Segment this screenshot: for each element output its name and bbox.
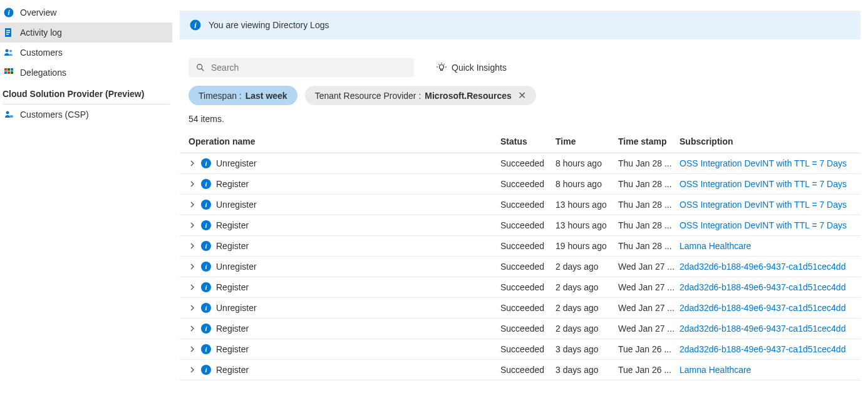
pill-label: Timespan : — [199, 91, 242, 101]
time-value: 2 days ago — [555, 282, 618, 292]
col-header-operation[interactable]: Operation name — [189, 136, 500, 146]
chevron-right-icon[interactable] — [189, 160, 196, 167]
chevron-right-icon[interactable] — [189, 201, 196, 208]
svg-rect-21 — [441, 69, 443, 71]
svg-point-18 — [197, 64, 202, 69]
operation-name: Unregister — [216, 303, 257, 313]
chevron-right-icon[interactable] — [189, 304, 196, 312]
chevron-right-icon[interactable] — [189, 345, 196, 353]
operation-name: Unregister — [216, 200, 257, 210]
table-header-row: Operation name Status Time Time stamp Su… — [180, 130, 860, 153]
sidebar-item-overview[interactable]: i Overview — [0, 3, 172, 23]
subscription-link[interactable]: OSS Integration DevINT with TTL = 7 Days — [679, 200, 847, 210]
table-row[interactable]: i Unregister Succeeded 13 hours ago Thu … — [180, 195, 860, 215]
table-row[interactable]: i Unregister Succeeded 2 days ago Wed Ja… — [180, 298, 860, 319]
sidebar-item-delegations[interactable]: Delegations — [0, 63, 172, 83]
info-badge-icon: i — [201, 200, 211, 210]
subscription-link[interactable]: OSS Integration DevINT with TTL = 7 Days — [679, 158, 847, 168]
subscription-link[interactable]: 2dad32d6-b188-49e6-9437-ca1d51cec4dd — [679, 303, 845, 313]
info-badge-icon: i — [201, 262, 211, 272]
operation-name: Register — [216, 324, 249, 334]
chevron-right-icon[interactable] — [189, 366, 196, 374]
time-value: 13 hours ago — [555, 200, 618, 210]
table-row[interactable]: i Register Succeeded 2 days ago Wed Jan … — [180, 277, 860, 298]
info-badge-icon: i — [201, 158, 211, 168]
pill-tenant-provider[interactable]: Tenant Resource Provider : Microsoft.Res… — [305, 86, 536, 105]
col-header-timestamp[interactable]: Time stamp — [618, 136, 679, 146]
info-badge-icon: i — [201, 241, 211, 251]
info-badge-icon: i — [201, 303, 211, 313]
subscription-link[interactable]: 2dad32d6-b188-49e6-9437-ca1d51cec4dd — [679, 282, 845, 292]
search-box[interactable] — [189, 58, 414, 77]
timestamp-value: Thu Jan 28 ... — [618, 200, 679, 210]
info-circle-icon: i — [4, 8, 14, 18]
operation-name: Unregister — [216, 158, 257, 168]
sidebar-item-customers[interactable]: Customers — [0, 43, 172, 63]
status-value: Succeeded — [500, 241, 555, 251]
chevron-right-icon[interactable] — [189, 222, 196, 229]
table-row[interactable]: i Register Succeeded 13 hours ago Thu Ja… — [180, 215, 860, 236]
time-value: 8 hours ago — [555, 158, 618, 168]
subscription-link[interactable]: 2dad32d6-b188-49e6-9437-ca1d51cec4dd — [679, 262, 845, 272]
status-value: Succeeded — [500, 158, 555, 168]
svg-point-20 — [440, 65, 444, 69]
quick-insights-label: Quick Insights — [452, 63, 507, 73]
svg-rect-11 — [4, 71, 7, 74]
table-row[interactable]: i Register Succeeded 3 days ago Tue Jan … — [180, 360, 860, 380]
svg-point-6 — [6, 49, 9, 53]
search-icon — [196, 63, 205, 72]
col-header-subscription[interactable]: Subscription — [679, 136, 852, 146]
table-row[interactable]: i Unregister Succeeded 2 days ago Wed Ja… — [180, 257, 860, 277]
table-row[interactable]: i Register Succeeded 2 days ago Wed Jan … — [180, 319, 860, 339]
sidebar-item-label: Activity log — [20, 28, 62, 38]
chevron-right-icon[interactable] — [189, 180, 196, 188]
table-row[interactable]: i Register Succeeded 3 days ago Tue Jan … — [180, 339, 860, 360]
subscription-link[interactable]: 2dad32d6-b188-49e6-9437-ca1d51cec4dd — [679, 324, 845, 334]
pill-value: Microsoft.Resources — [425, 91, 511, 101]
svg-line-26 — [444, 64, 445, 65]
col-header-time[interactable]: Time — [555, 136, 618, 146]
status-value: Succeeded — [500, 282, 555, 292]
svg-rect-13 — [11, 71, 13, 74]
time-value: 2 days ago — [555, 262, 618, 272]
sidebar-item-activity-log[interactable]: Activity log — [0, 23, 172, 43]
chevron-right-icon[interactable] — [189, 242, 196, 250]
timestamp-value: Thu Jan 28 ... — [618, 179, 679, 189]
subscription-link[interactable]: Lamna Healthcare — [679, 241, 751, 251]
svg-line-19 — [202, 69, 204, 71]
col-header-status[interactable]: Status — [500, 136, 555, 146]
timestamp-value: Wed Jan 27 ... — [618, 282, 679, 292]
info-badge-icon: i — [201, 365, 211, 375]
operation-name: Register — [216, 365, 249, 375]
subscription-link[interactable]: OSS Integration DevINT with TTL = 7 Days — [679, 179, 847, 189]
status-value: Succeeded — [500, 262, 555, 272]
chevron-right-icon[interactable] — [189, 283, 196, 291]
grid-icon — [4, 68, 14, 78]
chevron-right-icon[interactable] — [189, 263, 196, 270]
table-row[interactable]: i Register Succeeded 8 hours ago Thu Jan… — [180, 174, 860, 195]
svg-rect-4 — [6, 32, 10, 33]
sidebar-item-label: Overview — [20, 8, 56, 18]
subscription-link[interactable]: Lamna Healthcare — [679, 365, 751, 375]
close-icon[interactable]: ✕ — [518, 89, 526, 101]
status-value: Succeeded — [500, 200, 555, 210]
sidebar-item-label: Customers — [20, 48, 63, 58]
svg-rect-9 — [8, 68, 10, 71]
subscription-link[interactable]: 2dad32d6-b188-49e6-9437-ca1d51cec4dd — [679, 344, 845, 354]
time-value: 19 hours ago — [555, 241, 618, 251]
svg-point-7 — [9, 50, 12, 53]
sidebar-item-customers-csp[interactable]: Customers (CSP) — [0, 105, 172, 125]
svg-line-25 — [438, 64, 440, 65]
quick-insights-button[interactable]: Quick Insights — [437, 63, 507, 73]
chevron-right-icon[interactable] — [189, 325, 196, 332]
subscription-link[interactable]: OSS Integration DevINT with TTL = 7 Days — [679, 220, 847, 230]
status-value: Succeeded — [500, 324, 555, 334]
info-circle-icon: i — [190, 19, 201, 31]
timestamp-value: Wed Jan 27 ... — [618, 262, 679, 272]
table-row[interactable]: i Register Succeeded 19 hours ago Thu Ja… — [180, 236, 860, 257]
table-row[interactable]: i Unregister Succeeded 8 hours ago Thu J… — [180, 153, 860, 174]
timestamp-value: Tue Jan 26 ... — [618, 365, 679, 375]
search-input[interactable] — [211, 63, 406, 73]
pill-timespan[interactable]: Timespan : Last week — [189, 86, 297, 105]
sidebar: i Overview Activity log Customers Delega… — [0, 0, 172, 403]
